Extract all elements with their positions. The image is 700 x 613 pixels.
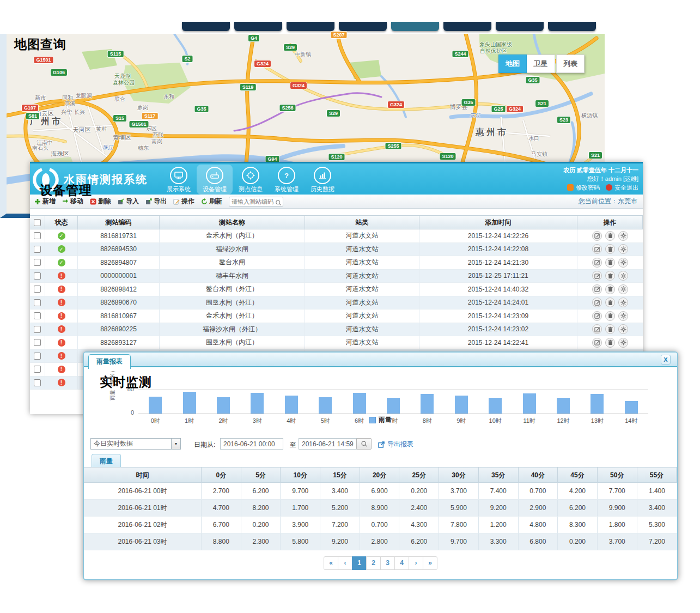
import-button[interactable]: 导入 <box>118 197 139 206</box>
date-from-input[interactable] <box>220 438 283 450</box>
tab-rainfall[interactable]: 雨量 <box>92 454 121 468</box>
gear-icon[interactable] <box>618 298 628 307</box>
trash-icon[interactable] <box>605 244 615 254</box>
trash-icon[interactable] <box>605 231 615 241</box>
window-stub-button[interactable] <box>443 22 491 31</box>
row-checkbox[interactable] <box>34 326 41 333</box>
screen: 广州市惠州市白云区天河区海珠区黄埔区惠城区博罗县新市同和龙眼洞联合永和京溪兴华长… <box>0 0 700 613</box>
edit-icon[interactable] <box>592 284 602 294</box>
edit-icon[interactable] <box>592 271 602 281</box>
window-stub-button[interactable] <box>391 22 439 31</box>
map-view-button-3[interactable]: 列表 <box>556 54 585 73</box>
row-checkbox[interactable] <box>34 232 41 239</box>
row-type-cell: 河道水文站 <box>305 283 419 296</box>
page-button-2[interactable]: 2 <box>366 556 381 570</box>
page-button-1[interactable]: 1 <box>352 556 367 570</box>
page-button-4[interactable]: 4 <box>394 556 409 570</box>
trash-icon[interactable] <box>605 284 615 294</box>
gear-icon[interactable] <box>618 231 628 241</box>
window-stub-button[interactable] <box>287 22 334 31</box>
last-page-button[interactable]: » <box>423 556 437 570</box>
app-header: 水雨情测报系统 展示系统设备管理测点信息?系统管理历史数据 农历 贰零壹伍年 十… <box>30 162 643 195</box>
map-label-water: 东江 <box>470 112 480 119</box>
column-header: 测站名称 <box>160 216 305 229</box>
window-stub-button[interactable] <box>182 22 230 31</box>
search-icon[interactable] <box>275 198 282 205</box>
nav-item-device[interactable]: 设备管理 <box>197 165 233 195</box>
edit-icon[interactable] <box>592 298 602 307</box>
row-checkbox[interactable] <box>34 259 41 266</box>
edit-icon[interactable] <box>592 231 602 241</box>
window-stub-button[interactable] <box>496 22 544 31</box>
rainfall-report-table: 时间0分5分10分15分20分25分30分35分40分45分50分55分2016… <box>84 467 677 550</box>
prev-page-button[interactable]: ‹ <box>338 556 352 570</box>
close-icon[interactable]: X <box>661 355 671 365</box>
chart-bar <box>625 401 638 414</box>
export-report-link[interactable]: 导出报表 <box>378 440 413 449</box>
window-stub-button[interactable] <box>339 22 387 31</box>
row-checkbox-cell <box>30 243 45 256</box>
row-checkbox[interactable] <box>34 246 41 253</box>
gear-icon[interactable] <box>618 258 628 268</box>
edit-icon[interactable] <box>592 244 602 254</box>
row-checkbox[interactable] <box>34 312 41 319</box>
row-name-cell: 福禄沙水闸（外江） <box>160 323 305 336</box>
nav-item-question[interactable]: ?系统管理 <box>269 165 305 195</box>
first-page-button[interactable]: « <box>324 556 338 570</box>
gear-icon[interactable] <box>618 284 628 294</box>
gear-icon[interactable] <box>618 271 628 281</box>
annotation-map-query: 地图查询 <box>14 36 66 53</box>
row-actions-cell <box>577 256 643 269</box>
trash-icon[interactable] <box>605 271 615 281</box>
table-row: ✓8826894807鳌台水闸河道水文站2015-12-24 14:21:30 <box>30 256 643 270</box>
chart-bar <box>387 398 400 414</box>
nav-item-point[interactable]: 测点信息 <box>233 165 269 195</box>
gear-icon[interactable] <box>618 311 628 321</box>
next-page-button[interactable]: › <box>409 556 423 570</box>
report-column-header: 时间 <box>84 468 202 483</box>
trash-icon[interactable] <box>605 338 615 348</box>
edit-icon[interactable] <box>592 311 602 321</box>
row-code-cell: 8826894807 <box>78 256 160 269</box>
edit-icon[interactable] <box>592 338 602 348</box>
map-view-button-1[interactable]: 地图 <box>498 54 527 73</box>
window-stub-button[interactable] <box>548 22 596 31</box>
row-checkbox[interactable] <box>34 299 41 306</box>
gear-icon[interactable] <box>618 324 628 334</box>
gear-icon[interactable] <box>618 338 628 348</box>
change-password-link[interactable]: 修改密码 <box>576 184 600 191</box>
row-time-cell: 2015-12-24 14:22:08 <box>419 243 577 256</box>
select-all-checkbox[interactable] <box>34 219 41 226</box>
trash-icon[interactable] <box>605 298 615 307</box>
row-checkbox[interactable] <box>34 379 41 386</box>
data-preset-select[interactable]: 今日实时数据 ▼ <box>90 438 181 450</box>
row-checkbox[interactable] <box>34 286 41 293</box>
report-cell: 3.400 <box>637 500 677 516</box>
nav-item-history[interactable]: 历史数据 <box>305 165 340 195</box>
trash-icon[interactable] <box>605 258 615 268</box>
page-button-3[interactable]: 3 <box>380 556 395 570</box>
trash-icon[interactable] <box>605 324 615 334</box>
row-checkbox[interactable] <box>34 272 41 280</box>
tab-rainfall-report[interactable]: 雨量报表 <box>88 354 131 369</box>
row-checkbox[interactable] <box>34 366 41 373</box>
logout-link[interactable]: 安全退出 <box>614 184 638 191</box>
delete-button[interactable]: 删除 <box>90 197 111 206</box>
trash-icon[interactable] <box>605 311 615 321</box>
gear-icon[interactable] <box>618 244 628 254</box>
map-view-button-2[interactable]: 卫星 <box>527 54 555 73</box>
date-to-input[interactable] <box>299 438 360 450</box>
annotation-realtime-monitor: 实时监测 <box>100 374 152 391</box>
window-stub-button[interactable] <box>234 22 282 31</box>
edit-icon[interactable] <box>592 258 602 268</box>
map-label-town: 南岗 <box>151 138 162 145</box>
report-search-button[interactable] <box>356 438 372 450</box>
nav-item-monitor[interactable]: 展示系统 <box>161 165 197 195</box>
edit-button[interactable]: 操作 <box>173 197 194 206</box>
refresh-button[interactable]: 刷新 <box>201 197 222 206</box>
map-label-town: 中新镇 <box>295 51 311 58</box>
row-checkbox[interactable] <box>34 339 41 346</box>
row-checkbox[interactable] <box>34 353 41 360</box>
edit-icon[interactable] <box>592 324 602 334</box>
export-button[interactable]: 导出 <box>145 197 167 206</box>
